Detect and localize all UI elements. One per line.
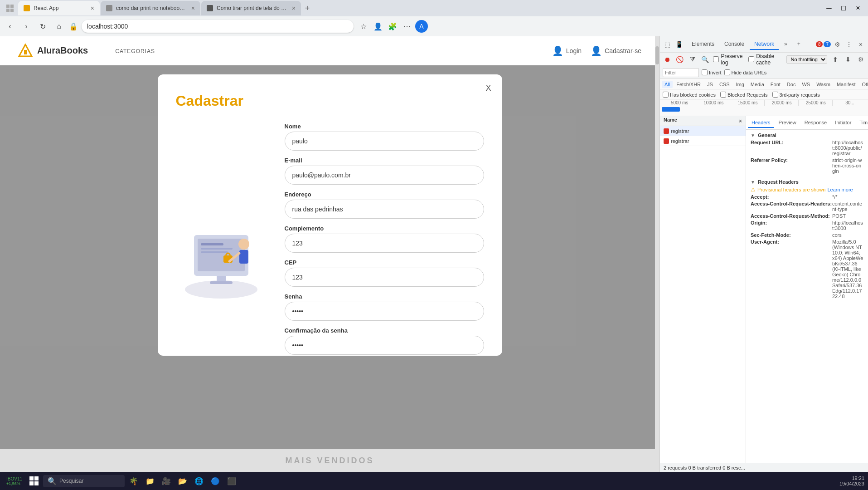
- detail-tab-response[interactable]: Response: [801, 118, 831, 128]
- search-icon[interactable]: 🔍: [701, 54, 710, 65]
- learn-more-link[interactable]: Learn more: [827, 187, 853, 192]
- filter-icon[interactable]: ⧩: [688, 54, 697, 65]
- blocked-cookies-check[interactable]: [663, 92, 669, 98]
- user-avatar[interactable]: A: [415, 20, 428, 33]
- disable-cache-check[interactable]: [748, 56, 754, 62]
- taskbar-app-3[interactable]: 🎥: [159, 474, 174, 488]
- extensions-icon[interactable]: 🧩: [386, 20, 399, 33]
- input-senha[interactable]: [285, 302, 484, 321]
- general-collapse-icon[interactable]: ▼: [751, 133, 755, 138]
- input-cep[interactable]: [285, 268, 484, 287]
- resource-type-font[interactable]: Font: [768, 81, 783, 88]
- scroll-thumb[interactable]: [655, 46, 659, 64]
- taskbar-search[interactable]: 🔍 Pesquisar: [43, 475, 125, 487]
- tab-print[interactable]: Como tirar print de tela do PC o... ×: [201, 1, 301, 15]
- tab-close-print[interactable]: ×: [292, 5, 296, 12]
- bookmark-icon[interactable]: ☆: [357, 20, 370, 33]
- resource-type-doc[interactable]: Doc: [784, 81, 799, 88]
- close-detail-btn[interactable]: ×: [739, 116, 746, 126]
- resource-type-manifest[interactable]: Manifest: [834, 81, 858, 88]
- resource-type-fetch[interactable]: Fetch/XHR: [674, 81, 703, 88]
- input-email[interactable]: [285, 166, 484, 185]
- maximize-button[interactable]: □: [837, 2, 850, 15]
- search-magnifier-icon: 🔍: [48, 477, 57, 485]
- third-party-check[interactable]: [772, 92, 778, 98]
- close-button[interactable]: ×: [852, 2, 864, 15]
- blocked-requests-checkbox[interactable]: Blocked Requests: [720, 92, 768, 98]
- devtools-close-icon[interactable]: ×: [855, 39, 866, 50]
- clear-button[interactable]: 🚫: [675, 54, 684, 65]
- resource-type-img[interactable]: Img: [733, 81, 747, 88]
- input-endereco[interactable]: [285, 200, 484, 219]
- network-row-1[interactable]: registrar: [660, 126, 746, 136]
- export-icon[interactable]: ⬇: [844, 54, 853, 65]
- detail-tab-timing[interactable]: Timing: [856, 118, 868, 128]
- devtools-tab-console[interactable]: Console: [720, 39, 749, 50]
- start-button[interactable]: [27, 474, 41, 488]
- resource-type-other[interactable]: Other: [859, 81, 868, 88]
- invert-checkbox[interactable]: Invert: [702, 69, 722, 75]
- devtools-inspect-icon[interactable]: ⬚: [662, 39, 673, 50]
- devtools-kebab-icon[interactable]: ⋮: [844, 39, 854, 50]
- hide-data-urls-checkbox[interactable]: Hide data URLs: [724, 69, 767, 75]
- resource-type-css[interactable]: CSS: [717, 81, 732, 88]
- settings-icon[interactable]: ⚙: [856, 54, 865, 65]
- forward-button[interactable]: ›: [20, 20, 33, 33]
- taskbar-app-chrome[interactable]: 🔵: [208, 474, 223, 488]
- profile-icon[interactable]: 👤: [372, 20, 384, 33]
- invert-check[interactable]: [702, 69, 708, 75]
- preserve-log-check[interactable]: [713, 56, 719, 62]
- tab-notebook[interactable]: como dar print no notebook - P... ×: [101, 1, 200, 15]
- more-menu-icon[interactable]: ⋯: [401, 20, 413, 33]
- taskbar-app-4[interactable]: 📂: [175, 474, 190, 488]
- taskbar-app-2[interactable]: 📁: [143, 474, 157, 488]
- detail-tab-preview[interactable]: Preview: [775, 118, 800, 128]
- input-complemento[interactable]: [285, 234, 484, 253]
- tab-react-app[interactable]: React App ×: [18, 1, 100, 15]
- modal-close-button[interactable]: X: [485, 83, 491, 93]
- req-headers-collapse-icon[interactable]: ▼: [751, 180, 755, 185]
- new-tab-button[interactable]: +: [301, 2, 314, 15]
- devtools-tab-more[interactable]: »: [780, 39, 792, 50]
- throttle-select[interactable]: No throttling: [786, 55, 827, 64]
- detail-tab-headers[interactable]: Headers: [748, 118, 774, 128]
- preserve-log-checkbox[interactable]: Preserve log: [713, 53, 745, 66]
- taskbar-app-terminal[interactable]: ⬛: [224, 474, 239, 488]
- taskbar-app-5[interactable]: 🌐: [192, 474, 206, 488]
- input-nome[interactable]: [285, 132, 484, 151]
- home-button[interactable]: ⌂: [53, 20, 65, 33]
- reload-button[interactable]: ↻: [36, 20, 49, 33]
- address-input[interactable]: [82, 20, 354, 33]
- tab-close-react[interactable]: ×: [91, 5, 94, 12]
- resource-type-all[interactable]: All: [662, 81, 673, 88]
- resource-type-js[interactable]: JS: [704, 81, 716, 88]
- cadastrar-button[interactable]: 👤 Cadastrar-se: [591, 45, 641, 56]
- hide-data-urls-check[interactable]: [724, 69, 730, 75]
- minimize-button[interactable]: ─: [823, 2, 835, 15]
- resource-type-wasm[interactable]: Wasm: [814, 81, 833, 88]
- import-icon[interactable]: ⬆: [831, 54, 840, 65]
- record-button[interactable]: ⏺: [663, 54, 672, 65]
- input-confirmacao[interactable]: [285, 336, 484, 355]
- filter-input[interactable]: [663, 68, 699, 77]
- site-nav-categorias[interactable]: CATEGORIAS: [115, 48, 155, 54]
- tab-close-notebook[interactable]: ×: [191, 5, 195, 12]
- login-button[interactable]: 👤 Login: [552, 45, 582, 56]
- disable-cache-checkbox[interactable]: Disable cache: [748, 53, 783, 66]
- third-party-checkbox[interactable]: 3rd-party requests: [772, 92, 820, 98]
- devtools-device-icon[interactable]: 📱: [674, 39, 684, 50]
- back-button[interactable]: ‹: [4, 20, 16, 33]
- devtools-tab-plus[interactable]: +: [793, 39, 805, 50]
- blocked-cookies-checkbox[interactable]: Has blocked cookies: [663, 92, 716, 98]
- scrollbar[interactable]: [655, 36, 659, 472]
- taskbar-app-1[interactable]: 🌴: [126, 474, 141, 488]
- network-row-2[interactable]: registrar: [660, 136, 746, 146]
- devtools-tab-elements[interactable]: Elements: [687, 39, 719, 50]
- blocked-requests-check[interactable]: [720, 92, 726, 98]
- resource-type-ws[interactable]: WS: [799, 81, 813, 88]
- devtools-tab-network[interactable]: Network: [750, 39, 779, 50]
- devtools-settings-icon[interactable]: ⚙: [832, 39, 843, 50]
- cadastrar-label: Cadastrar-se: [605, 47, 641, 54]
- detail-tab-initiator[interactable]: Initiator: [831, 118, 855, 128]
- resource-type-media[interactable]: Media: [748, 81, 767, 88]
